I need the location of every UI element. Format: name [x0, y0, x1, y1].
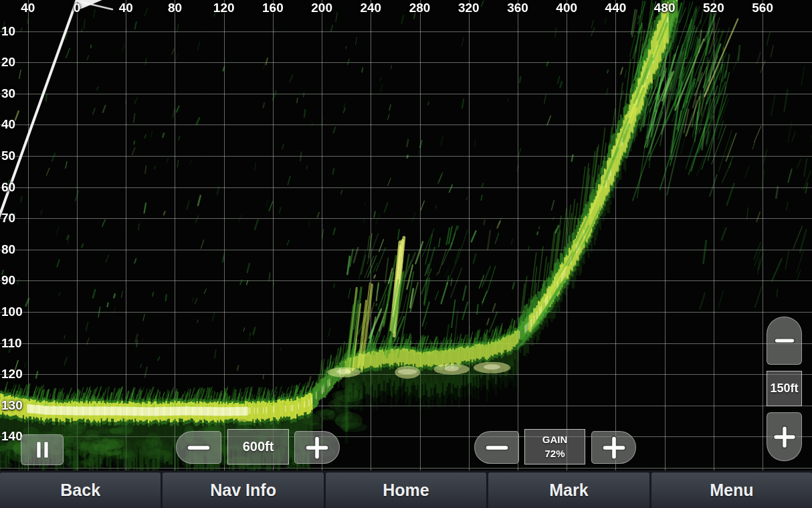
- gain-plus-button[interactable]: [591, 431, 636, 464]
- range-minus-button[interactable]: [176, 431, 221, 464]
- vertical-range-value: 150ft: [767, 371, 802, 406]
- gain-percent: 72%: [544, 447, 565, 460]
- sonar-display[interactable]: [0, 0, 812, 471]
- gain-title: GAIN: [542, 433, 568, 446]
- minus-icon: [771, 327, 798, 354]
- nav-info-button[interactable]: Nav Info: [163, 473, 323, 508]
- plus-icon: [302, 432, 332, 463]
- menu-button[interactable]: Menu: [651, 473, 812, 508]
- vertical-range-plus-button[interactable]: [767, 412, 802, 461]
- minus-icon: [482, 432, 512, 463]
- vertical-range-minus-button[interactable]: [767, 317, 802, 365]
- range-value: 600ft: [227, 429, 289, 464]
- minus-icon: [183, 432, 214, 463]
- gain-minus-button[interactable]: [474, 431, 519, 464]
- mark-button[interactable]: Mark: [488, 473, 649, 508]
- back-button[interactable]: Back: [0, 473, 161, 508]
- range-value-text: 600ft: [243, 439, 274, 454]
- pause-button[interactable]: [21, 434, 64, 465]
- sonar-screen: 4004080120160200240280320360400440480520…: [0, 0, 812, 508]
- home-button[interactable]: Home: [326, 473, 486, 508]
- vertical-range-value-text: 150ft: [770, 382, 798, 396]
- plus-icon: [599, 432, 629, 463]
- range-plus-button[interactable]: [294, 431, 340, 464]
- plus-icon: [770, 422, 799, 452]
- gain-value: GAIN 72%: [524, 429, 585, 464]
- bottom-bar: Back Nav Info Home Mark Menu: [0, 471, 812, 508]
- pause-icon: [31, 439, 54, 460]
